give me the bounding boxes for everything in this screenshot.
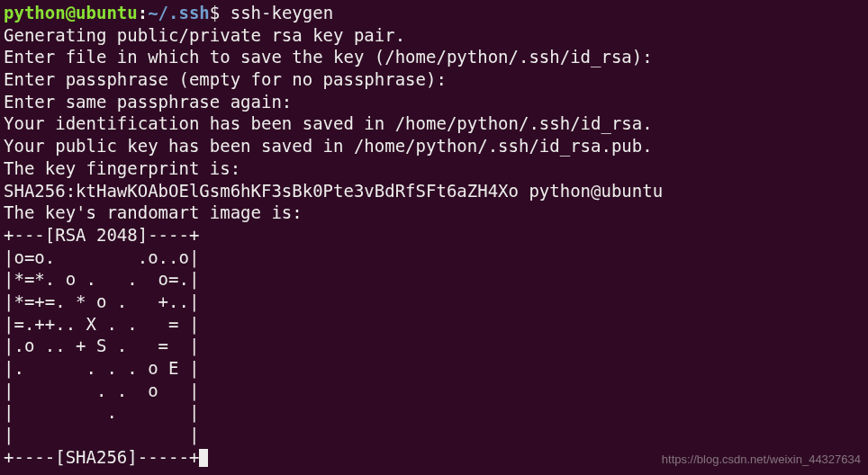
output-line: Generating public/private rsa key pair. bbox=[4, 25, 405, 45]
output-line: Enter passphrase (empty for no passphras… bbox=[4, 69, 447, 89]
output-line: Your public key has been saved in /home/… bbox=[4, 136, 653, 156]
prompt-symbol: $ bbox=[210, 3, 220, 22]
randomart-line: |=.++.. X . . = | bbox=[4, 314, 199, 334]
output-line: Enter same passphrase again: bbox=[4, 92, 292, 112]
randomart-line: | | bbox=[4, 425, 199, 444]
output-line: Enter file in which to save the key (/ho… bbox=[4, 47, 653, 67]
prompt-path: ~/.ssh bbox=[148, 3, 210, 22]
output-line: The key's randomart image is: bbox=[4, 202, 303, 222]
randomart-line: |o=o. .o..o| bbox=[4, 247, 199, 267]
prompt-line: python@ubuntu:~/.ssh$ ssh-keygen bbox=[4, 3, 333, 22]
randomart-line: |. . . . o E | bbox=[4, 358, 199, 378]
randomart-line: +---[RSA 2048]----+ bbox=[4, 225, 199, 245]
randomart-line: +----[SHA256]-----+ bbox=[4, 447, 199, 467]
watermark-text: https://blog.csdn.net/weixin_44327634 bbox=[662, 453, 861, 468]
output-line: Your identification has been saved in /h… bbox=[4, 113, 653, 133]
randomart-line: |.o .. + S . = | bbox=[4, 336, 199, 355]
prompt-separator: : bbox=[138, 3, 148, 22]
randomart-line: |*=*. o . . o=.| bbox=[4, 269, 199, 289]
terminal-cursor bbox=[199, 449, 208, 467]
terminal-output[interactable]: python@ubuntu:~/.ssh$ ssh-keygen Generat… bbox=[4, 2, 864, 468]
randomart-line: |*=+=. * o . +..| bbox=[4, 291, 199, 311]
randomart-line: | . . o | bbox=[4, 381, 199, 400]
prompt-user-host: python@ubuntu bbox=[4, 3, 138, 22]
randomart-line: | . | bbox=[4, 402, 199, 422]
command-text: ssh-keygen bbox=[231, 3, 333, 22]
output-line: SHA256:ktHawKOAbOElGsm6hKF3sBk0Pte3vBdRf… bbox=[4, 181, 663, 201]
output-line: The key fingerprint is: bbox=[4, 158, 240, 178]
